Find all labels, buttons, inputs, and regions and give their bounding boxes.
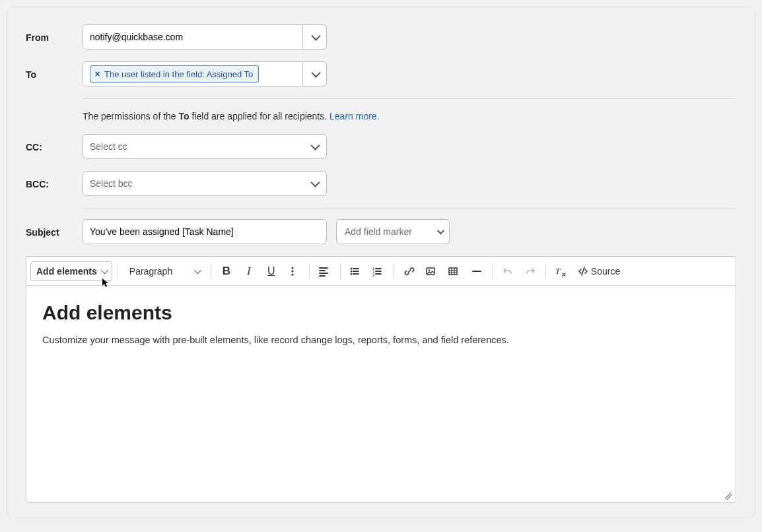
underline-button[interactable]: U bbox=[261, 261, 281, 281]
toolbar-divider bbox=[340, 263, 341, 279]
bcc-label: BCC: bbox=[26, 178, 83, 189]
editor-toolbar: Add elements Paragraph B I U bbox=[26, 257, 736, 286]
paragraph-label: Paragraph bbox=[129, 266, 172, 277]
horizontal-line-icon bbox=[471, 266, 482, 277]
divider bbox=[83, 208, 736, 209]
editor-body[interactable]: Add elements Customize your message with… bbox=[26, 286, 736, 502]
chevron-down-icon bbox=[101, 266, 108, 273]
from-label: From bbox=[26, 31, 83, 43]
subject-label: Subject bbox=[26, 226, 83, 238]
from-dropdown-button[interactable] bbox=[302, 25, 326, 49]
from-input[interactable] bbox=[90, 32, 296, 42]
chevron-down-icon bbox=[310, 141, 320, 150]
kebab-icon bbox=[287, 266, 298, 277]
svg-point-2 bbox=[291, 273, 293, 275]
to-combo[interactable]: ✕ The user listed in the field: Assigned… bbox=[83, 61, 327, 86]
field-marker-select[interactable]: Add field marker bbox=[336, 219, 450, 244]
undo-button[interactable] bbox=[498, 261, 518, 281]
body-heading: Add elements bbox=[42, 302, 720, 324]
chevron-down-icon bbox=[311, 69, 320, 78]
note-text: The permissions of the bbox=[83, 111, 179, 121]
toolbar-divider bbox=[211, 263, 211, 279]
redo-button[interactable] bbox=[520, 261, 540, 281]
bcc-dropdown-button[interactable] bbox=[302, 172, 326, 195]
source-button[interactable]: Source bbox=[574, 261, 624, 281]
email-editor-panel: From To ✕ The user listed in the field: … bbox=[7, 7, 755, 518]
permissions-note: The permissions of the To field are appl… bbox=[83, 110, 736, 123]
image-dropdown[interactable] bbox=[422, 261, 442, 281]
toolbar-divider bbox=[394, 263, 394, 279]
table-icon bbox=[448, 266, 458, 277]
svg-text:3: 3 bbox=[372, 273, 375, 277]
resize-handle[interactable] bbox=[724, 492, 732, 500]
svg-point-1 bbox=[291, 270, 293, 272]
link-icon bbox=[404, 266, 415, 277]
svg-point-3 bbox=[350, 267, 352, 269]
bcc-placeholder: Select bcc bbox=[90, 178, 133, 189]
to-tag-label: The user listed in the field: Assigned T… bbox=[104, 69, 253, 79]
horizontal-rule-button[interactable] bbox=[467, 261, 487, 281]
subject-input[interactable] bbox=[83, 219, 327, 244]
chevron-down-icon bbox=[194, 266, 201, 273]
bold-button[interactable]: B bbox=[217, 261, 236, 281]
clear-format-icon: T bbox=[555, 266, 567, 277]
chevron-down-icon bbox=[310, 178, 320, 187]
divider bbox=[83, 98, 736, 99]
align-left-icon bbox=[318, 266, 329, 277]
to-dropdown-button[interactable] bbox=[302, 62, 326, 86]
add-elements-dropdown[interactable]: Add elements bbox=[30, 261, 112, 281]
image-icon bbox=[425, 266, 436, 277]
bcc-combo[interactable]: Select bcc bbox=[83, 171, 327, 196]
numbered-list-dropdown[interactable]: 123 bbox=[368, 261, 388, 281]
toolbar-divider bbox=[118, 263, 118, 279]
note-text2: field are applied for all recipients. bbox=[190, 111, 329, 121]
undo-icon bbox=[502, 266, 513, 277]
paragraph-dropdown[interactable]: Paragraph bbox=[123, 261, 205, 281]
rich-text-editor: Add elements Paragraph B I U bbox=[26, 256, 736, 503]
link-button[interactable] bbox=[399, 261, 419, 281]
cc-row: CC: Select cc bbox=[26, 134, 736, 159]
svg-point-4 bbox=[350, 270, 352, 272]
bcc-row: BCC: Select bcc bbox=[26, 171, 736, 196]
to-recipient-tag[interactable]: ✕ The user listed in the field: Assigned… bbox=[90, 65, 259, 83]
to-row: To ✕ The user listed in the field: Assig… bbox=[26, 61, 736, 86]
chevron-down-icon bbox=[437, 227, 444, 234]
toolbar-divider bbox=[545, 263, 546, 279]
chevron-down-icon bbox=[311, 32, 320, 41]
svg-point-5 bbox=[350, 273, 352, 275]
cc-placeholder: Select cc bbox=[90, 141, 127, 152]
more-formatting-button[interactable] bbox=[284, 261, 304, 281]
svg-text:T: T bbox=[555, 266, 561, 276]
note-bold: To bbox=[179, 111, 190, 121]
marker-placeholder: Add field marker bbox=[345, 226, 412, 237]
redo-icon bbox=[525, 266, 536, 277]
source-label: Source bbox=[591, 266, 620, 277]
body-paragraph: Customize your message with pre-built el… bbox=[42, 333, 720, 348]
toolbar-divider bbox=[492, 263, 493, 279]
cc-label: CC: bbox=[26, 141, 83, 152]
clear-formatting-button[interactable]: T bbox=[551, 261, 571, 281]
svg-rect-11 bbox=[449, 268, 457, 275]
align-dropdown[interactable] bbox=[315, 261, 335, 281]
subject-row: Subject Add field marker bbox=[26, 219, 736, 244]
to-label: To bbox=[26, 68, 83, 80]
from-combo[interactable] bbox=[83, 24, 327, 50]
cc-combo[interactable]: Select cc bbox=[83, 134, 327, 159]
svg-point-0 bbox=[291, 267, 293, 269]
bulleted-list-dropdown[interactable] bbox=[346, 261, 366, 281]
cc-dropdown-button[interactable] bbox=[302, 135, 326, 158]
table-dropdown[interactable] bbox=[444, 261, 464, 281]
toolbar-divider bbox=[309, 263, 310, 279]
learn-more-link[interactable]: Learn more. bbox=[329, 111, 379, 121]
svg-point-10 bbox=[429, 269, 430, 271]
add-elements-label: Add elements bbox=[36, 266, 97, 277]
italic-button[interactable]: I bbox=[239, 261, 259, 281]
list-bullet-icon bbox=[349, 266, 360, 277]
source-icon bbox=[578, 266, 588, 277]
list-numbered-icon: 123 bbox=[372, 266, 382, 277]
remove-tag-icon[interactable]: ✕ bbox=[94, 70, 100, 79]
from-row: From bbox=[26, 24, 736, 50]
